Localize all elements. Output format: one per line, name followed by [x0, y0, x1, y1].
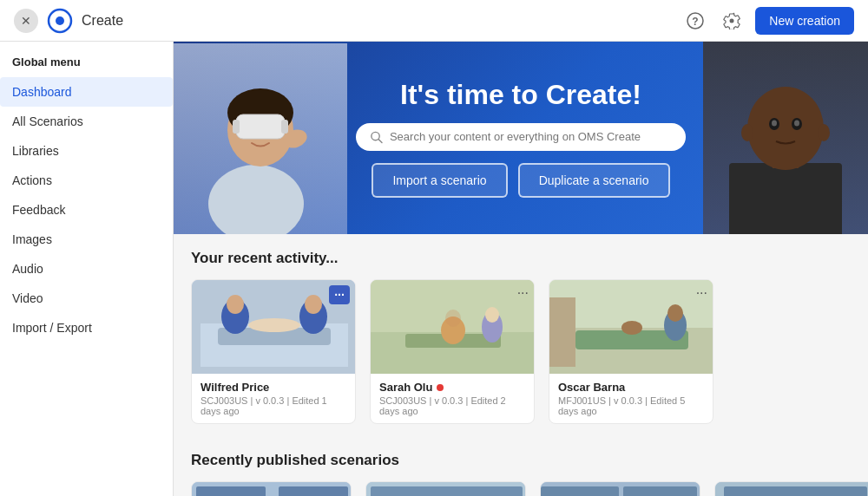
pub-card-image-4 [715, 482, 868, 496]
svg-point-18 [772, 121, 777, 127]
pub-card-image-1 [192, 482, 351, 496]
svg-point-36 [485, 307, 499, 323]
recent-activity-title: Your recent activity... [191, 250, 851, 267]
help-icon: ? [687, 12, 704, 29]
svg-rect-9 [281, 120, 288, 134]
svg-rect-67 [541, 486, 619, 496]
help-button[interactable]: ? [682, 8, 708, 34]
sidebar-item-audio[interactable]: Audio [0, 254, 173, 284]
pub-card-image-2 [366, 482, 525, 496]
search-icon [370, 130, 383, 144]
svg-rect-7 [236, 114, 285, 139]
import-scenario-button[interactable]: Import a scenario [372, 163, 507, 198]
svg-point-42 [667, 304, 683, 322]
recent-cards-row: ··· Wilfred Price SCJ003US | v 0.0.3 | E… [191, 279, 851, 424]
sidebar-item-libraries[interactable]: Libraries [0, 136, 173, 166]
settings-button[interactable] [719, 8, 745, 34]
card-menu-oscar[interactable]: ··· [696, 285, 707, 301]
pub-card-3 [540, 481, 700, 496]
sidebar-item-import-export[interactable]: Import / Export [0, 313, 173, 343]
svg-rect-11 [729, 163, 842, 234]
sidebar-item-dashboard[interactable]: Dashboard [0, 77, 173, 107]
svg-point-25 [248, 318, 300, 332]
sidebar-item-all-scenarios[interactable]: All Scenarios [0, 107, 173, 136]
pub-scene-3-svg [541, 482, 700, 496]
hero-center: It's time to Create! Import a scenario D… [356, 79, 686, 198]
sidebar-title: Global menu [0, 42, 173, 77]
card-info-sarah: Sarah Olu SCJ003US | v 0.0.3 | Edited 2 … [371, 374, 534, 423]
svg-rect-47 [279, 486, 348, 496]
pub-card-1 [191, 481, 352, 496]
main-layout: Global menu Dashboard All Scenarios Libr… [0, 42, 868, 496]
topbar-left: ✕ Create [14, 8, 123, 34]
card-name-wilfred: Wilfred Price [201, 381, 346, 394]
svg-point-40 [621, 321, 642, 335]
card-image-wilfred: ··· [192, 280, 355, 374]
pub-scene-1-svg [192, 482, 352, 496]
hero-person-right-figure [703, 42, 868, 234]
published-cards-row [191, 481, 851, 496]
card-oscar-barna: ··· Oscar Barna MFJ001US | v 0.0.3 | Edi… [549, 279, 713, 424]
published-section: Recently published scenarios [174, 436, 868, 496]
topbar: ✕ Create ? New creation [0, 0, 868, 42]
settings-icon [723, 12, 740, 29]
svg-point-14 [741, 124, 753, 141]
sidebar-item-images[interactable]: Images [0, 225, 173, 254]
topbar-right: ? New creation [682, 7, 854, 35]
svg-point-13 [747, 87, 824, 170]
card-menu-wilfred[interactable]: ··· [329, 285, 350, 304]
pub-card-4 [714, 481, 868, 496]
svg-rect-68 [623, 486, 697, 496]
svg-rect-43 [549, 297, 575, 367]
svg-line-21 [378, 139, 382, 142]
hero-person-left [174, 43, 347, 234]
svg-point-15 [818, 124, 830, 141]
pub-scene-2-svg [366, 482, 526, 496]
hero-person-left-figure [174, 43, 347, 234]
card-image-oscar: ··· [549, 280, 713, 374]
hero-actions: Import a scenario Duplicate a scenario [372, 163, 669, 198]
sidebar: Global menu Dashboard All Scenarios Libr… [0, 42, 174, 496]
hero-person-right [703, 42, 868, 234]
sidebar-item-actions[interactable]: Actions [0, 166, 173, 195]
svg-rect-80 [724, 486, 867, 496]
pub-card-image-3 [541, 482, 700, 496]
card-menu-sarah[interactable]: ··· [517, 285, 529, 301]
card-meta-oscar: MFJ001US | v 0.0.3 | Edited 5 days ago [558, 395, 704, 416]
new-creation-button[interactable]: New creation [755, 7, 854, 35]
red-dot-sarah [437, 384, 444, 391]
card-meta-sarah: SCJ003US | v 0.0.3 | Edited 2 days ago [379, 395, 525, 416]
hero-banner: It's time to Create! Import a scenario D… [174, 42, 868, 234]
svg-point-4 [208, 165, 304, 234]
svg-point-29 [305, 295, 322, 314]
svg-point-27 [227, 295, 244, 314]
content-area: It's time to Create! Import a scenario D… [174, 42, 868, 496]
duplicate-scenario-button[interactable]: Duplicate a scenario [518, 163, 670, 198]
svg-point-34 [445, 310, 461, 327]
card-wilfred-price: ··· Wilfred Price SCJ003US | v 0.0.3 | E… [191, 279, 356, 424]
svg-rect-8 [233, 120, 240, 134]
sidebar-item-video[interactable]: Video [0, 284, 173, 313]
recent-activity-section: Your recent activity... [174, 234, 868, 436]
hero-search-bar [356, 123, 686, 151]
pub-scene-4-svg [715, 482, 868, 496]
close-button[interactable]: ✕ [14, 9, 38, 33]
card-sarah-olu: ··· Sarah Olu SCJ003US | v 0.0.3 | Edite… [370, 279, 535, 424]
app-title: Create [82, 13, 123, 29]
svg-text:?: ? [693, 15, 699, 27]
card-meta-wilfred: SCJ003US | v 0.0.3 | Edited 1 days ago [201, 395, 346, 416]
pub-card-2 [365, 481, 526, 496]
card-image-sarah: ··· [371, 280, 534, 374]
app-logo-icon [47, 8, 73, 34]
hero-title: It's time to Create! [400, 79, 641, 111]
published-title: Recently published scenarios [191, 452, 851, 469]
svg-rect-56 [371, 486, 523, 496]
svg-rect-46 [196, 486, 266, 496]
search-input[interactable] [390, 130, 672, 143]
card-name-oscar: Oscar Barna [558, 381, 704, 394]
card-info-wilfred: Wilfred Price SCJ003US | v 0.0.3 | Edite… [192, 374, 355, 423]
sidebar-item-feedback[interactable]: Feedback [0, 195, 173, 225]
scene-sarah-svg [371, 280, 534, 374]
svg-point-1 [56, 16, 64, 25]
card-info-oscar: Oscar Barna MFJ001US | v 0.0.3 | Edited … [549, 374, 713, 423]
